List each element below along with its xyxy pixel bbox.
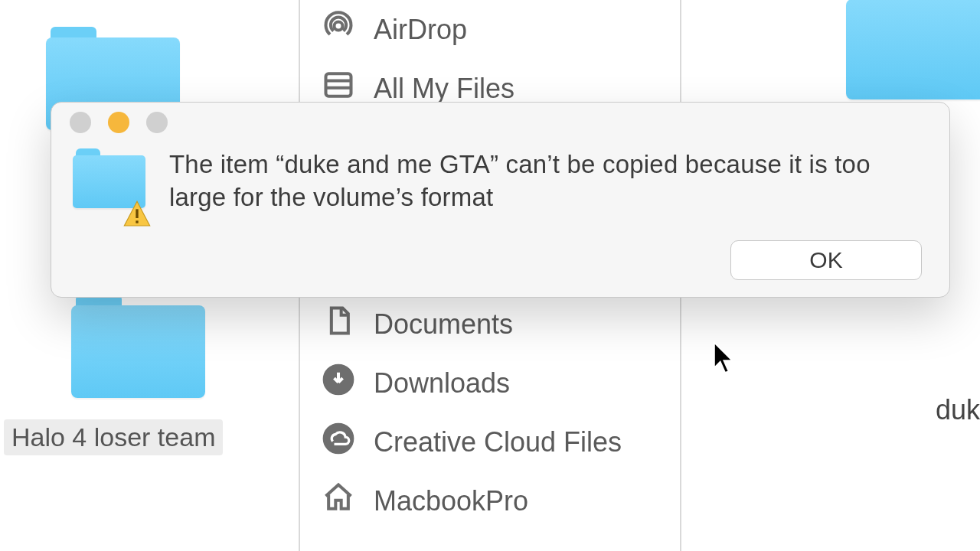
folder-icon (846, 0, 980, 99)
mouse-cursor-icon (712, 341, 738, 375)
desktop-folder-halo4[interactable]: Halo 4 loser team (4, 295, 223, 455)
airdrop-icon (322, 9, 355, 50)
svg-point-0 (335, 22, 343, 31)
folder-label-partial: duk (936, 394, 980, 426)
svg-rect-6 (136, 220, 138, 223)
creative-cloud-icon (322, 422, 355, 462)
svg-rect-1 (326, 73, 351, 96)
error-dialog: The item “duke and me GTA” can’t be copi… (51, 102, 950, 298)
sidebar-item-creative-cloud[interactable]: Creative Cloud Files (300, 412, 680, 471)
window-minimize-button[interactable] (108, 112, 129, 133)
desktop-folder-right[interactable] (846, 0, 980, 99)
window-close-button[interactable] (70, 112, 91, 133)
folder-icon (71, 295, 205, 398)
svg-rect-5 (136, 209, 138, 218)
dialog-titlebar (51, 103, 949, 142)
documents-icon (322, 304, 355, 344)
dialog-folder-warning-icon (73, 148, 149, 225)
sidebar-item-documents[interactable]: Documents (300, 295, 680, 354)
sidebar-item-label: Creative Cloud Files (374, 426, 622, 458)
home-icon (322, 481, 355, 521)
window-zoom-button[interactable] (146, 112, 168, 133)
sidebar-item-home[interactable]: MacbookPro (300, 471, 680, 530)
sidebar-item-label: Documents (374, 308, 513, 341)
ok-button[interactable]: OK (730, 240, 922, 280)
downloads-icon (322, 363, 355, 403)
dialog-message: The item “duke and me GTA” can’t be copi… (169, 148, 923, 225)
sidebar-item-downloads[interactable]: Downloads (300, 354, 680, 412)
folder-label: Halo 4 loser team (4, 419, 223, 455)
sidebar-item-label: MacbookPro (374, 485, 528, 517)
warning-badge-icon (120, 199, 154, 230)
sidebar-item-label: All My Files (374, 73, 514, 105)
sidebar-item-label: AirDrop (374, 14, 467, 46)
sidebar-item-label: Downloads (374, 367, 510, 399)
sidebar-item-airdrop[interactable]: AirDrop (300, 0, 680, 59)
